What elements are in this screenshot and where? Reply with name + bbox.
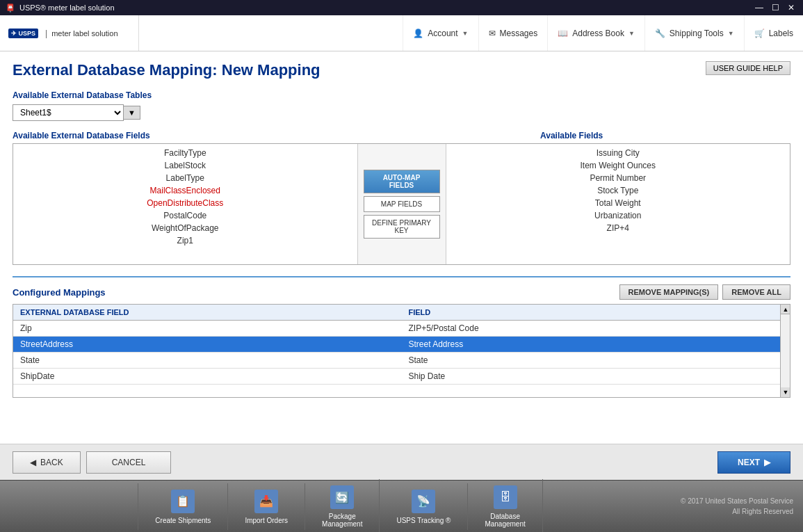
right-field-issuing-city[interactable]: Issuing City xyxy=(446,147,790,159)
remove-all-button[interactable]: REMOVE ALL xyxy=(722,284,790,300)
logo-pipe: | xyxy=(45,29,47,38)
next-button[interactable]: NEXT ▶ xyxy=(717,451,790,474)
taskbar-item-database[interactable]: 🗄 DatabaseManagement xyxy=(468,479,542,532)
import-orders-label: Import Orders xyxy=(245,517,288,524)
right-field-urbanization[interactable]: Urbanization xyxy=(446,209,790,222)
messages-icon: ✉ xyxy=(489,29,496,38)
back-label: BACK xyxy=(40,458,63,467)
shipping-tools-icon: 🔧 xyxy=(655,29,665,38)
action-bar: ◀ BACK CANCEL NEXT ▶ xyxy=(0,444,803,480)
left-field-zip1[interactable]: Zip1 xyxy=(13,234,357,247)
mappings-buttons: REMOVE MAPPING(S) REMOVE ALL xyxy=(619,284,790,300)
row2-field: Street Address xyxy=(402,337,790,352)
right-field-total-weight[interactable]: Total Weight xyxy=(446,197,790,209)
left-field-opendistributeclass[interactable]: OpenDistributeClass xyxy=(13,197,357,209)
usps-tracking-icon-wrapper: 📡 xyxy=(411,489,436,514)
package-management-icon-wrapper: 🔄 xyxy=(330,485,355,510)
address-book-icon: 📖 xyxy=(558,29,568,38)
minimize-button[interactable]: — xyxy=(752,3,766,13)
window-controls[interactable]: — ☐ ✕ xyxy=(752,3,797,13)
shipping-tools-label: Shipping Tools xyxy=(670,29,724,38)
auto-map-fields-button[interactable]: AUTO-MAP FIELDS xyxy=(364,170,440,193)
main-content: External Database Mapping: New Mapping U… xyxy=(0,51,803,444)
mappings-title: Configured Mappings xyxy=(13,287,106,298)
top-nav: ✈ USPS | meter label solution 👤 Account … xyxy=(0,15,803,51)
tables-section-label: Available External Database Tables xyxy=(13,90,790,100)
create-shipments-icon-wrapper: 📋 xyxy=(170,489,195,514)
table-row[interactable]: Zip ZIP+5/Postal Code xyxy=(13,321,790,337)
left-field-faciltytype[interactable]: FaciltyType xyxy=(13,147,357,159)
import-orders-icon: 📥 xyxy=(254,490,278,513)
right-field-permit-number[interactable]: Permit Number xyxy=(446,172,790,184)
define-primary-key-button[interactable]: DEFINE PRIMARY KEY xyxy=(364,215,440,239)
right-field-zip4[interactable]: ZIP+4 xyxy=(446,222,790,234)
row3-field: State xyxy=(402,353,790,368)
taskbar-items: 📋 Create Shipments 📥 Import Orders 🔄 Pac… xyxy=(0,479,681,532)
taskbar: 📋 Create Shipments 📥 Import Orders 🔄 Pac… xyxy=(0,480,803,532)
maximize-button[interactable]: ☐ xyxy=(769,3,782,13)
left-field-mailclassenclosed[interactable]: MailClassEnclosed xyxy=(13,184,357,197)
left-field-postalcode[interactable]: PostalCode xyxy=(13,209,357,222)
table-row[interactable]: State State xyxy=(13,353,790,369)
next-label: NEXT xyxy=(738,458,760,467)
row1-ext: Zip xyxy=(13,321,402,336)
nav-item-labels[interactable]: 🛒 Labels xyxy=(744,15,803,51)
table-scrollbar[interactable]: ▲ ▼ xyxy=(780,305,790,397)
dropdown-arrow-button[interactable]: ▼ xyxy=(124,106,140,120)
tables-dropdown[interactable]: Sheet1$ xyxy=(13,104,124,121)
map-fields-button[interactable]: MAP FIELDS xyxy=(364,196,440,212)
nav-item-shipping-tools[interactable]: 🔧 Shipping Tools ▼ xyxy=(644,15,744,51)
row4-field: Ship Date xyxy=(402,369,790,384)
copyright-text: © 2017 United States Postal ServiceAll R… xyxy=(681,496,803,517)
create-shipments-label: Create Shipments xyxy=(155,517,211,524)
row3-ext: State xyxy=(13,353,402,368)
scroll-down-button[interactable]: ▼ xyxy=(781,387,790,397)
database-management-label: DatabaseManagement xyxy=(485,513,525,528)
title-bar-left: 📮 USPS® meter label solution xyxy=(6,3,115,13)
left-field-labeltype[interactable]: LabelType xyxy=(13,172,357,184)
user-guide-button[interactable]: USER GUIDE HELP xyxy=(706,61,790,75)
nav-items: 👤 Account ▼ ✉ Messages 📖 Address Book ▼ … xyxy=(139,15,803,51)
taskbar-item-tracking[interactable]: 📡 USPS Tracking ® xyxy=(380,483,468,530)
labels-label: Labels xyxy=(769,29,793,38)
left-panel[interactable]: FaciltyType LabelStock LabelType MailCla… xyxy=(13,144,358,264)
messages-label: Messages xyxy=(500,29,538,38)
col-ext-field: EXTERNAL DATABASE FIELD xyxy=(13,305,402,320)
app-title: USPS® meter label solution xyxy=(19,3,115,12)
account-icon: 👤 xyxy=(413,29,423,38)
mappings-header: Configured Mappings REMOVE MAPPING(S) RE… xyxy=(13,284,790,300)
taskbar-item-create[interactable]: 📋 Create Shipments xyxy=(138,483,228,530)
table-header-row: EXTERNAL DATABASE FIELD FIELD xyxy=(13,305,790,321)
right-field-stock-type[interactable]: Stock Type xyxy=(446,184,790,197)
nav-item-account[interactable]: 👤 Account ▼ xyxy=(403,15,478,51)
left-field-weightofpackage[interactable]: WeightOfPackage xyxy=(13,222,357,234)
right-field-item-weight-ounces[interactable]: Item Weight Ounces xyxy=(446,159,790,172)
back-button[interactable]: ◀ BACK xyxy=(13,451,81,474)
database-management-icon-wrapper: 🗄 xyxy=(493,485,518,510)
close-button[interactable]: ✕ xyxy=(785,3,797,13)
import-orders-icon-wrapper: 📥 xyxy=(254,489,279,514)
scroll-up-button[interactable]: ▲ xyxy=(781,305,790,314)
nav-item-address-book[interactable]: 📖 Address Book ▼ xyxy=(547,15,644,51)
left-actions: ◀ BACK CANCEL xyxy=(13,451,171,474)
app-icon: 📮 xyxy=(6,3,15,13)
database-management-icon: 🗄 xyxy=(494,485,517,509)
panels-header: Available External Database Fields Avail… xyxy=(13,131,790,140)
cancel-button[interactable]: CANCEL xyxy=(86,451,172,474)
left-field-labelstock[interactable]: LabelStock xyxy=(13,159,357,172)
col-field: FIELD xyxy=(402,305,790,320)
right-panel[interactable]: Issuing City Item Weight Ounces Permit N… xyxy=(446,144,790,264)
remove-mappings-button[interactable]: REMOVE MAPPING(S) xyxy=(619,284,719,300)
logo-area: ✈ USPS | meter label solution xyxy=(0,15,139,51)
table-row[interactable]: StreetAddress Street Address xyxy=(13,337,790,353)
account-label: Account xyxy=(428,29,457,38)
nav-item-messages[interactable]: ✉ Messages xyxy=(478,15,548,51)
table-row[interactable]: ShipDate Ship Date xyxy=(13,369,790,385)
account-arrow-icon: ▼ xyxy=(462,30,469,37)
row1-field: ZIP+5/Postal Code xyxy=(402,321,790,336)
taskbar-item-import[interactable]: 📥 Import Orders xyxy=(228,483,305,530)
address-book-arrow-icon: ▼ xyxy=(628,30,635,37)
package-management-icon: 🔄 xyxy=(330,485,354,509)
taskbar-item-package[interactable]: 🔄 PackageManagement xyxy=(305,479,380,532)
usps-tracking-icon: 📡 xyxy=(412,490,435,513)
